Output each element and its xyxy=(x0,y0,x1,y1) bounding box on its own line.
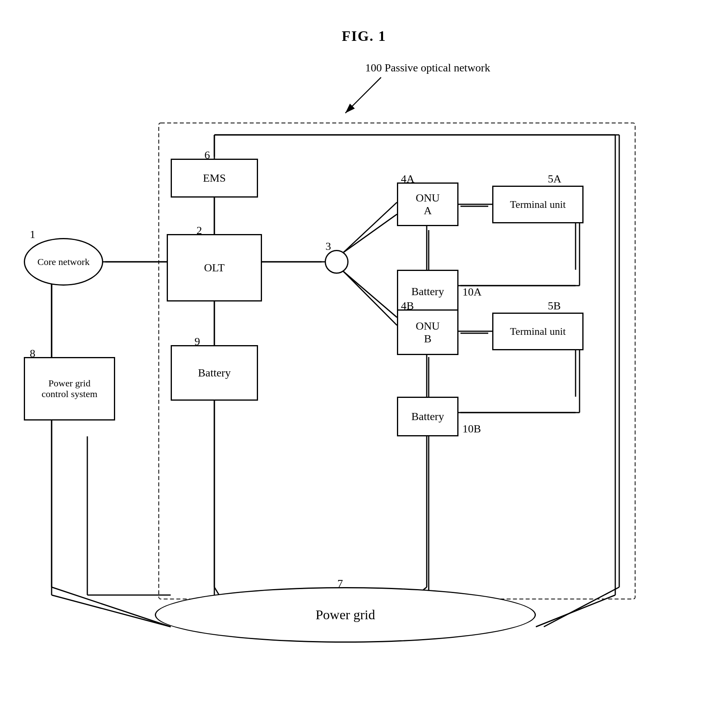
terminal-a-box: Terminal unit xyxy=(492,186,584,223)
label-7: 7 xyxy=(337,577,343,590)
label-1: 1 xyxy=(30,228,35,241)
figure-title: FIG. 1 xyxy=(0,12,728,44)
svg-line-13 xyxy=(341,214,397,254)
svg-line-28 xyxy=(52,595,171,627)
svg-line-42 xyxy=(341,202,397,255)
svg-line-43 xyxy=(341,269,397,325)
label-10a: 10A xyxy=(462,286,481,298)
label-3: 3 xyxy=(325,240,331,253)
battery-olt-box: Battery xyxy=(171,345,258,401)
onu-a-box: ONU A xyxy=(397,182,458,226)
svg-line-29 xyxy=(345,77,381,113)
label-2: 2 xyxy=(196,224,202,237)
onu-b-box: ONU B xyxy=(397,309,458,355)
label-4a: 4A xyxy=(401,173,414,185)
network-label: 100 Passive optical network xyxy=(365,61,490,74)
battery-b-box: Battery xyxy=(397,397,458,436)
power-grid-control-box: Power grid control system xyxy=(24,357,115,420)
terminal-b-box: Terminal unit xyxy=(492,313,584,350)
svg-line-26 xyxy=(536,595,615,627)
ems-box: EMS xyxy=(171,159,258,198)
label-5b: 5B xyxy=(548,300,561,312)
label-10b: 10B xyxy=(462,422,481,435)
svg-line-58 xyxy=(544,587,619,627)
power-grid-ellipse: Power grid xyxy=(155,587,536,643)
core-network-ellipse: Core network xyxy=(24,238,103,286)
label-8: 8 xyxy=(30,347,35,360)
svg-line-14 xyxy=(341,270,397,317)
label-4b: 4B xyxy=(401,300,414,312)
label-6: 6 xyxy=(204,149,210,161)
splitter-circle xyxy=(325,250,349,274)
olt-box: OLT xyxy=(167,234,262,301)
svg-line-55 xyxy=(52,587,171,627)
label-5a: 5A xyxy=(548,173,561,185)
label-9: 9 xyxy=(195,335,200,348)
